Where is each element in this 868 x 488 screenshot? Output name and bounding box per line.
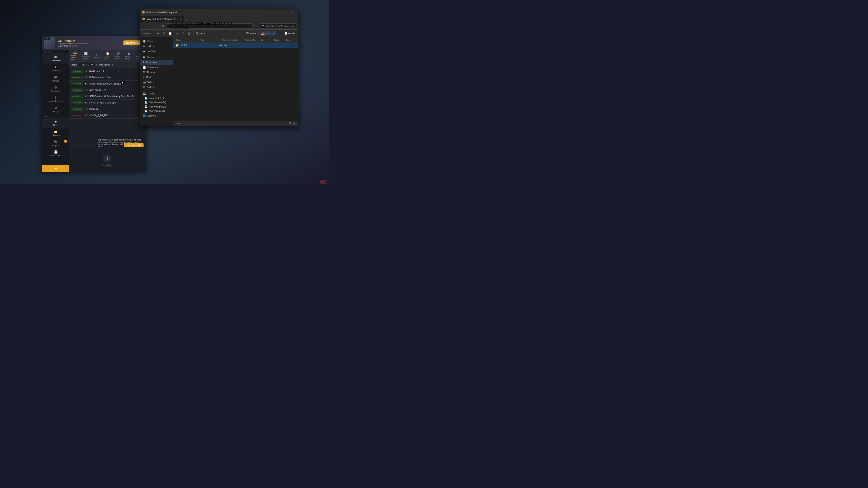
check-icon: ✓ [72, 76, 74, 78]
close-button[interactable]: ✕ [289, 9, 296, 15]
new-tab-button[interactable]: + [184, 18, 190, 21]
mod-toolbar: 📥 Install From File 🔄 Check for Updates.… [69, 50, 146, 62]
panel-item-local-disk[interactable]: 💾 Local Disk (C:) [140, 96, 173, 100]
sidebar-item-games[interactable]: 🎮 Games [42, 74, 69, 84]
delete-button[interactable]: 🗑 [186, 31, 192, 36]
panel-item-desktop[interactable]: 🖥 Desktop › [140, 55, 173, 60]
extract-all-button[interactable]: 📤 Extract all [259, 31, 276, 36]
name-column-header[interactable]: Name [175, 39, 199, 41]
table-row[interactable]: ✓ Enabled ▾ Mantella [69, 106, 146, 112]
paste-button[interactable]: 📋 [167, 31, 174, 36]
table-row[interactable]: ✓ Enabled ▾ All in one (1.6.X) [69, 87, 146, 93]
expand-icon: › [170, 61, 170, 64]
panel-item-pictures[interactable]: 🖼 Pictures › [140, 70, 173, 75]
mod-dropdown-1[interactable]: ▾ [85, 76, 88, 78]
view-button[interactable]: ☰ View ▾ [245, 31, 257, 36]
mod-dropdown-3[interactable]: ▾ [85, 89, 88, 91]
forward-button[interactable]: › [148, 23, 153, 29]
sidebar-item-save-games[interactable]: 💾 Save Games [42, 149, 69, 159]
panel-item-gallery[interactable]: 🖼 Gallery [140, 43, 173, 48]
list-view-button[interactable]: ☰ [289, 122, 292, 125]
panel-item-this-pc[interactable]: 💻 This PC [140, 91, 173, 96]
mod-dropdown-7[interactable]: ▾ [85, 114, 88, 116]
manage-rules-button[interactable]: 📋 Manage Rules [103, 51, 113, 61]
sidebar-item-knowledge-base[interactable]: ℹ Knowledge Base [42, 94, 69, 104]
purge-mods-button[interactable]: 🗑 Purge Mods [124, 51, 134, 61]
panel-item-vol-e[interactable]: 💾 New Volume (E:) [140, 105, 173, 109]
check-updates-button[interactable]: 🔄 Check for Updates... [81, 51, 92, 61]
back-button[interactable]: ‹ [141, 23, 147, 29]
share-button[interactable]: ↗ [180, 31, 186, 36]
mod-name-5: xVASynth v3.0.0 Main app [89, 101, 144, 104]
sidebar-item-downloads[interactable]: ⬇ Downloads [42, 64, 69, 74]
sidebar-collapse-button[interactable]: ◀ [42, 165, 69, 172]
install-from-file-button[interactable]: 📥 Install From File [70, 50, 80, 61]
table-row[interactable]: ✓ Enabled ▾ xVASynth v3.0.0 Main app [69, 100, 146, 106]
categories-label: Categories [93, 57, 101, 59]
search-box[interactable]: 🔍 [260, 24, 296, 29]
search-input[interactable] [266, 25, 294, 27]
table-row[interactable]: ✕ Disabled ▾ skse64_2_00_20.7z [69, 112, 146, 119]
sidebar-item-collections[interactable]: 📁 Collections [42, 128, 69, 138]
date-column-header[interactable]: Da... [285, 39, 296, 41]
new-button[interactable]: + New ▾ [141, 31, 153, 36]
table-row[interactable]: ✓ Enabled ▾ SkyUI_5_2_SE [69, 68, 146, 74]
more-options-button[interactable]: ••• [254, 23, 259, 29]
table-row[interactable]: ✓ Enabled ▾ UIExtensions v1-2-0 [69, 74, 146, 80]
sidebar-item-settings[interactable]: ⚙ Settings [42, 104, 69, 114]
categories-button[interactable]: 🏷 Categories [92, 52, 102, 59]
refresh-button[interactable]: ↻ [160, 23, 166, 29]
panel-item-vol-g[interactable]: 💾 New Volume (G:) [140, 109, 173, 113]
password-column-header[interactable]: Password ... [244, 39, 260, 41]
up-button[interactable]: ↑ [154, 23, 159, 29]
explorer-tab[interactable]: 📦 xVASynth v3.0.0 Main app-441 ✕ [140, 16, 184, 22]
panel-label-desktop: Desktop [147, 56, 155, 59]
mod-dropdown-2[interactable]: ▾ [85, 83, 88, 85]
address-bar[interactable]: xVASynth v3.0.0 Main app-44184-3-0-0-168… [166, 24, 253, 29]
panel-item-music[interactable]: ♫ Music › [140, 75, 173, 80]
mod-dropdown-0[interactable]: ▾ [85, 70, 88, 72]
sidebar-item-plugins[interactable]: 🔌 Plugins 3 [42, 138, 69, 149]
table-row[interactable]: ✓ Enabled ▾ SSE Creation Kit Fonixdata L… [69, 93, 146, 100]
size-column-header[interactable]: Size [260, 39, 273, 41]
sidebar-item-mods[interactable]: ◈ Mods [42, 118, 69, 128]
list-item[interactable]: 📁 v3.0.0 File folder [174, 43, 298, 48]
details-button[interactable]: 📄 Details [283, 31, 296, 35]
grid-view-button[interactable]: ⊞ [292, 122, 296, 125]
minimize-button[interactable]: — [274, 9, 281, 15]
drop-zone[interactable]: ⬇ Drop File(s) [69, 149, 146, 172]
type-column-header[interactable]: Type [199, 39, 221, 41]
panel-item-onedrive[interactable]: ☁ OneDrive [140, 48, 173, 54]
panel-item-gallery2[interactable]: 🖼 Gallery › [140, 85, 173, 90]
panel-item-network[interactable]: 🌐 Network [140, 113, 173, 118]
panel-item-downloads[interactable]: ⬇ Downloads › [140, 60, 173, 65]
more-actions-button[interactable]: ... [277, 31, 282, 35]
archive-icon: 📦 [142, 11, 145, 14]
mod-dropdown-4[interactable]: ▾ [85, 95, 88, 97]
mod-status-badge: ✓ Enabled [71, 82, 84, 85]
status-filter[interactable]: Select... [79, 63, 94, 67]
compressed-column-header[interactable]: Compressed size [221, 39, 244, 41]
deploy-mods-button[interactable]: 🚀 Deploy Mods [113, 51, 123, 61]
rename-button[interactable]: ✏ [174, 31, 180, 36]
panel-item-documents[interactable]: 📄 Documents › [140, 65, 173, 70]
main-content: 📥 Install From File 🔄 Check for Updates.… [69, 50, 146, 172]
tab-close-button[interactable]: ✕ [180, 18, 182, 20]
check-icon: ✓ [72, 83, 74, 85]
copy-button[interactable]: ⧉ [161, 31, 166, 36]
sort-button[interactable]: ⇅ Sort ▾ [194, 31, 206, 36]
maximize-button[interactable]: □ [282, 9, 288, 15]
sidebar-item-extensions[interactable]: ⚙ Extensions [42, 84, 69, 94]
mod-dropdown-6[interactable]: ▾ [85, 108, 88, 110]
table-row[interactable]: ✓ Enabled ▾ Skyrim Script Extender (SKSE… [69, 80, 146, 87]
mod-dropdown-5[interactable]: ▾ [85, 102, 88, 104]
panel-item-home[interactable]: 🏠 Home [140, 39, 173, 43]
panel-item-videos[interactable]: 📹 Videos › [140, 80, 173, 85]
sidebar-item-dashboard[interactable]: ⊞ Dashboard [42, 53, 69, 64]
ratio-column-header[interactable]: Ratio [273, 39, 285, 41]
general-section-label: GENERAL [42, 50, 69, 53]
cut-button[interactable]: ✂ [155, 31, 161, 36]
play-button[interactable]: ▶ [120, 80, 125, 85]
panel-item-vol-d[interactable]: 💾 New Volume (D:) [140, 100, 173, 105]
get-more-mods-button[interactable]: Get more mods [124, 143, 144, 147]
